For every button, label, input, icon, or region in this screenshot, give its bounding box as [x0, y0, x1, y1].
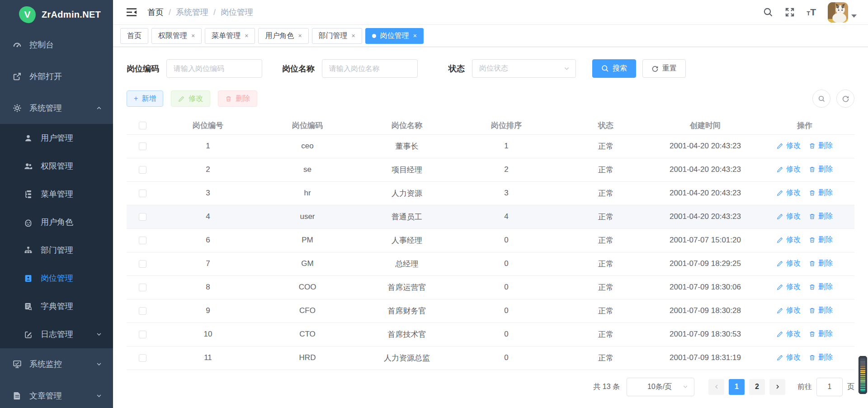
row-delete-link[interactable]: 删除 [809, 259, 833, 268]
row-edit-link[interactable]: 修改 [777, 165, 801, 174]
sidebar-item-perm-mgmt[interactable]: 权限管理 [0, 152, 113, 180]
sidebar-item-menu-mgmt[interactable]: 菜单管理 [0, 180, 113, 208]
row-checkbox[interactable] [139, 190, 146, 197]
sidebar-item-user-mgmt[interactable]: 用户管理 [0, 124, 113, 152]
sidebar-item-post-mgmt[interactable]: 岗位管理 [0, 264, 113, 292]
edit-button-disabled[interactable]: 修改 [171, 90, 210, 107]
breadcrumb: 首页 / 系统管理 / 岗位管理 [147, 7, 253, 18]
sidebar-item-external[interactable]: 外部打开 [0, 61, 113, 92]
cell-post-name: 首席技术官 [357, 323, 457, 346]
user-menu[interactable] [828, 2, 857, 23]
sidebar-item-system[interactable]: 系统管理 [0, 92, 113, 124]
tab-close-icon[interactable]: × [245, 32, 248, 39]
row-delete-link[interactable]: 删除 [809, 353, 833, 362]
sidebar-item-article-mgmt[interactable]: 文章管理 [0, 380, 113, 408]
sidebar-item-sys-monitor[interactable]: 系统监控 [0, 348, 113, 380]
tab-dept-mgmt[interactable]: 部门管理 × [312, 28, 362, 44]
cell-status: 正常 [556, 228, 656, 252]
row-delete-link[interactable]: 删除 [809, 188, 833, 198]
row-checkbox[interactable] [139, 331, 146, 338]
prev-page-button[interactable] [708, 379, 724, 395]
row-edit-link[interactable]: 修改 [777, 353, 801, 362]
row-delete-link[interactable]: 删除 [809, 212, 833, 221]
row-delete-label: 删除 [818, 282, 833, 292]
row-checkbox[interactable] [139, 237, 146, 244]
reset-button-label: 重置 [662, 64, 677, 73]
row-edit-link[interactable]: 修改 [777, 282, 801, 292]
row-edit-link[interactable]: 修改 [777, 235, 801, 245]
row-edit-link[interactable]: 修改 [777, 306, 801, 315]
table-header-row: 岗位编号 岗位编码 岗位名称 岗位排序 状态 创建时间 操作 [127, 117, 854, 134]
toggle-search-button[interactable] [812, 90, 830, 108]
cell-post-name: 人力资源总监 [357, 346, 457, 370]
sidebar-item-dept-mgmt[interactable]: 部门管理 [0, 236, 113, 264]
row-edit-label: 修改 [786, 235, 801, 245]
select-all-checkbox[interactable] [139, 122, 146, 129]
topbar: 首页 / 系统管理 / 岗位管理 TT [113, 0, 868, 25]
page-button-2[interactable]: 2 [749, 379, 765, 395]
chevron-down-icon [96, 361, 102, 367]
tab-perm-mgmt[interactable]: 权限管理 × [151, 28, 202, 44]
avatar[interactable] [828, 2, 848, 23]
row-checkbox[interactable] [139, 166, 146, 174]
reset-button[interactable]: 重置 [642, 59, 686, 78]
row-checkbox[interactable] [139, 260, 146, 268]
sidebar-item-log-mgmt[interactable]: 日志管理 [0, 320, 113, 348]
post-name-input[interactable] [322, 59, 418, 78]
cell-created-time: 2001-07-09 18:30:28 [656, 299, 755, 323]
goto-page-input[interactable] [816, 378, 843, 396]
row-delete-link[interactable]: 删除 [809, 235, 833, 245]
row-checkbox[interactable] [139, 213, 146, 221]
breadcrumb-home[interactable]: 首页 [147, 7, 164, 18]
sidebar-item-user-role[interactable]: 用户角色 [0, 208, 113, 236]
tab-menu-mgmt[interactable]: 菜单管理 × [205, 28, 255, 44]
font-size-icon[interactable]: TT [807, 7, 816, 18]
sidebar-item-dict-mgmt[interactable]: 字典管理 [0, 292, 113, 320]
tab-user-role[interactable]: 用户角色 × [258, 28, 308, 44]
sidebar-item-label: 系统管理 [29, 103, 62, 114]
gear-icon [13, 104, 22, 113]
row-delete-link[interactable]: 删除 [809, 282, 833, 292]
row-edit-link[interactable]: 修改 [777, 188, 801, 198]
document-icon [13, 391, 22, 400]
row-checkbox[interactable] [139, 142, 146, 150]
table-row: 9 CFO 首席财务官 0 正常 2001-07-09 18:30:28 修改 … [127, 299, 854, 323]
delete-button-disabled[interactable]: 删除 [218, 90, 257, 107]
sidebar-collapse-icon[interactable] [126, 7, 137, 17]
row-checkbox[interactable] [139, 284, 146, 291]
search-icon[interactable] [763, 7, 773, 17]
tab-home[interactable]: 首页 [120, 28, 148, 44]
sidebar-item-console[interactable]: 控制台 [0, 29, 113, 61]
fullscreen-icon[interactable] [785, 7, 795, 17]
scrollbar-widget[interactable] [859, 356, 867, 394]
app-root: V ZrAdmin.NET 控制台 外部打开 系统管理 [0, 0, 868, 408]
refresh-button[interactable] [836, 90, 854, 108]
status-select[interactable]: 岗位状态 [472, 59, 576, 78]
tab-close-icon[interactable]: × [352, 32, 355, 39]
cell-post-id: 8 [158, 275, 258, 299]
page-button-1[interactable]: 1 [729, 379, 745, 395]
next-page-button[interactable] [769, 379, 785, 395]
search-button[interactable]: 搜索 [592, 59, 636, 78]
row-checkbox[interactable] [139, 307, 146, 315]
row-delete-link[interactable]: 删除 [809, 306, 833, 315]
tab-post-mgmt-active[interactable]: 岗位管理 × [365, 28, 424, 44]
page-size-select[interactable]: 10条/页 [627, 378, 694, 396]
row-edit-link[interactable]: 修改 [777, 329, 801, 339]
breadcrumb-system[interactable]: 系统管理 [176, 7, 208, 18]
breadcrumb-current: 岗位管理 [221, 7, 253, 18]
add-button[interactable]: + 新增 [127, 90, 163, 107]
tab-close-icon[interactable]: × [298, 32, 302, 39]
row-edit-link[interactable]: 修改 [777, 259, 801, 268]
tab-close-icon[interactable]: × [191, 32, 195, 39]
post-code-input[interactable] [166, 59, 262, 78]
row-delete-link[interactable]: 删除 [809, 165, 833, 174]
row-delete-link[interactable]: 删除 [809, 329, 833, 339]
row-edit-link[interactable]: 修改 [777, 141, 801, 151]
row-edit-link[interactable]: 修改 [777, 212, 801, 221]
delete-button-label: 删除 [236, 94, 250, 104]
tab-close-icon[interactable]: × [413, 32, 417, 39]
row-checkbox[interactable] [139, 354, 146, 362]
main-area: 首页 / 系统管理 / 岗位管理 TT [113, 0, 868, 408]
row-delete-link[interactable]: 删除 [809, 141, 833, 151]
